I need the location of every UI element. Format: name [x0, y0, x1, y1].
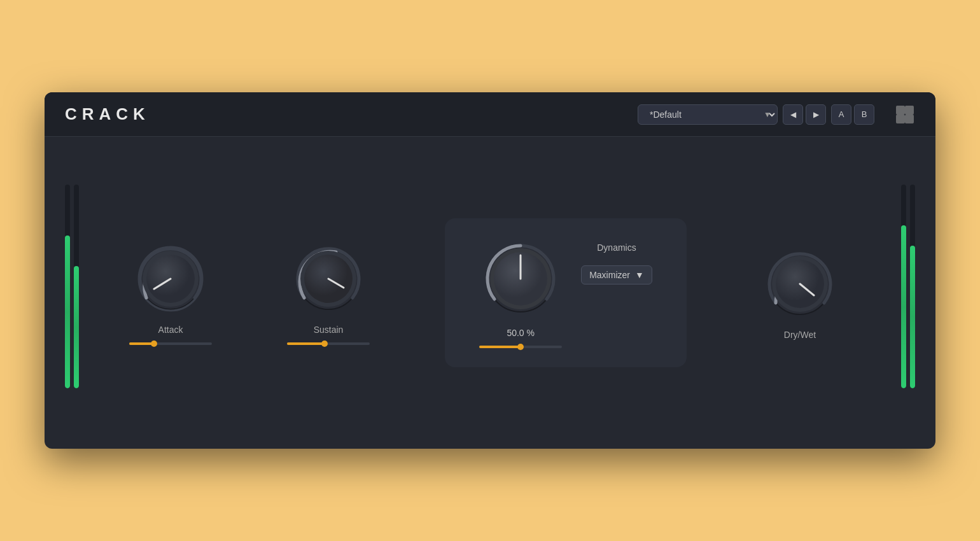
nav-button-group: ◀ ▶ — [783, 104, 826, 125]
drywet-label: Dry/Wet — [784, 330, 816, 340]
dynamics-dropdown-arrow-icon: ▼ — [635, 270, 644, 280]
attack-slider-thumb — [151, 341, 157, 347]
preset-next-button[interactable]: ▶ — [806, 104, 826, 125]
b-button[interactable]: B — [854, 104, 874, 125]
dynamics-label: Dynamics — [597, 242, 636, 253]
dynamics-percent: 50.0 % — [507, 328, 535, 338]
dynamics-inner: 50.0 % Dynamics Maximizer ▼ — [479, 237, 652, 348]
sustain-knob-container: Sustain — [287, 241, 370, 345]
sustain-knob[interactable] — [290, 241, 367, 317]
svg-rect-3 — [905, 115, 914, 123]
dynamics-slider-fill — [479, 346, 521, 348]
svg-rect-1 — [905, 106, 914, 115]
sustain-label: Sustain — [314, 325, 344, 335]
meter-fill-left-2 — [74, 266, 79, 388]
dynamics-slider[interactable] — [479, 346, 562, 348]
sustain-slider-fill — [287, 342, 325, 345]
dynamics-slider-thumb — [517, 344, 524, 350]
sustain-slider-thumb — [321, 341, 328, 347]
preset-area: *Default ▼ ◀ ▶ A B — [638, 104, 874, 125]
meter-fill-right-2 — [910, 246, 915, 388]
meter-bar-right-1 — [901, 185, 906, 388]
meter-fill-right-1 — [901, 225, 906, 388]
attack-slider[interactable] — [129, 342, 212, 345]
plugin-logo: CRACK — [65, 104, 150, 124]
dynamics-type-label: Maximizer — [589, 270, 630, 280]
dynamics-right: Dynamics Maximizer ▼ — [581, 237, 652, 285]
drywet-knob[interactable] — [762, 246, 838, 322]
attack-knob-container: Attack — [129, 241, 212, 345]
dynamics-knob-container: 50.0 % — [479, 237, 562, 348]
attack-label: Attack — [158, 325, 183, 335]
sustain-slider[interactable] — [287, 342, 370, 345]
preset-prev-button[interactable]: ◀ — [783, 104, 803, 125]
meter-bar-left-2 — [74, 185, 79, 388]
plugin-window: CRACK *Default ▼ ◀ ▶ A B — [45, 92, 935, 449]
right-vu-meter — [901, 172, 915, 414]
svg-rect-0 — [896, 106, 905, 115]
controls-area: Attack — [79, 218, 901, 367]
preset-dropdown[interactable]: *Default — [638, 104, 778, 125]
drywet-knob-container: Dry/Wet — [762, 246, 838, 340]
ab-button-group: A B — [831, 104, 874, 125]
meter-bar-left-1 — [65, 185, 70, 388]
dynamics-type-dropdown[interactable]: Maximizer ▼ — [581, 265, 652, 285]
meter-fill-left-1 — [65, 235, 70, 388]
svg-rect-2 — [896, 115, 905, 123]
dynamics-knob[interactable] — [479, 237, 562, 320]
header: CRACK *Default ▼ ◀ ▶ A B — [45, 92, 935, 137]
left-vu-meter — [65, 172, 79, 414]
main-content: Attack — [45, 137, 935, 449]
a-button[interactable]: A — [831, 104, 851, 125]
brand-logo-icon — [895, 104, 915, 125]
preset-dropdown-wrapper: *Default ▼ — [638, 104, 778, 125]
meter-bar-right-2 — [910, 185, 915, 388]
attack-knob[interactable] — [132, 241, 209, 317]
dynamics-panel: 50.0 % Dynamics Maximizer ▼ — [445, 218, 687, 367]
